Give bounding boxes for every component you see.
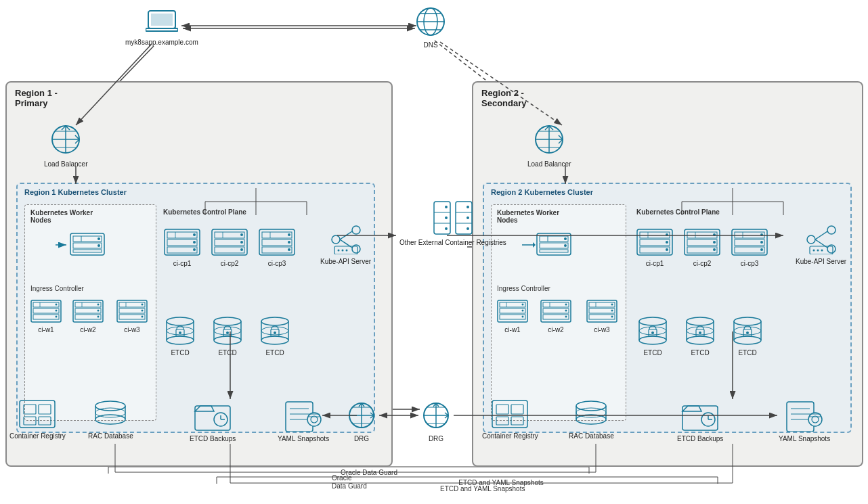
svg-rect-180	[640, 239, 670, 246]
svg-rect-90	[215, 232, 244, 238]
svg-point-134	[341, 250, 343, 252]
r2-etcd3-label: ETCD	[738, 348, 756, 357]
svg-rect-100	[262, 247, 292, 253]
r2-ci-w3-label: ci-w3	[594, 325, 609, 334]
svg-point-292	[576, 408, 606, 417]
svg-point-262	[307, 413, 321, 426]
svg-rect-99	[262, 239, 292, 246]
svg-point-151	[564, 244, 567, 247]
r2-ci-w2-label: ci-w2	[548, 325, 563, 334]
ci-w3-icon: ci-w3	[116, 300, 148, 334]
svg-point-175	[611, 304, 613, 306]
svg-rect-232	[434, 202, 450, 234]
other-registries-label: Other External Container Registries	[399, 238, 506, 247]
svg-rect-157	[500, 315, 525, 319]
svg-rect-33	[151, 14, 173, 26]
container-registry-r2-icon: Container Registry	[482, 399, 538, 440]
etcd1-cp3-icon: ETCD	[258, 316, 292, 357]
rac-db-r1-icon: RAC Database	[88, 399, 133, 440]
svg-point-63	[56, 310, 58, 312]
svg-rect-233	[456, 202, 472, 234]
svg-point-94	[240, 233, 243, 236]
svg-rect-98	[262, 232, 292, 238]
ci-w2-label: ci-w2	[80, 325, 95, 334]
r2-ci-w1-icon: ci-w1	[497, 300, 528, 334]
svg-point-109	[167, 336, 194, 344]
svg-point-238	[445, 206, 448, 208]
k8s-cluster2: Region 2 Kubernetes Cluster Kubernetes W…	[483, 183, 852, 433]
svg-point-216	[734, 317, 761, 325]
svg-point-127	[352, 226, 360, 234]
etcd1-cp1-icon: ETCD	[163, 316, 197, 357]
svg-rect-284	[496, 405, 508, 414]
svg-point-230	[817, 250, 819, 252]
svg-rect-83	[167, 239, 197, 246]
svg-line-130	[340, 231, 352, 239]
svg-rect-189	[687, 247, 717, 253]
svg-point-193	[713, 248, 716, 251]
svg-rect-145	[537, 233, 571, 255]
svg-rect-74	[119, 302, 145, 307]
r2-ci-w3-icon: ci-w3	[586, 300, 617, 334]
svg-point-201	[760, 248, 763, 251]
ci-w3-label: ci-w3	[124, 325, 139, 334]
svg-point-239	[466, 206, 469, 208]
svg-point-105	[167, 317, 194, 325]
ci-cp3-label: ci-cp3	[268, 259, 286, 268]
svg-rect-49	[70, 233, 104, 255]
svg-point-159	[522, 304, 524, 306]
drg-r2-icon: DRG	[420, 399, 452, 443]
svg-point-240	[445, 216, 448, 219]
svg-point-223	[827, 226, 836, 234]
svg-point-191	[713, 233, 716, 236]
svg-rect-51	[73, 243, 102, 248]
etcd-backups-r1-icon: ETCD Backups	[190, 399, 236, 443]
svg-rect-75	[119, 308, 145, 313]
svg-point-301	[808, 413, 822, 426]
svg-point-242	[445, 227, 448, 230]
svg-point-150	[564, 237, 567, 240]
lb1-icon: Load Balancer	[44, 122, 88, 168]
rac-db-r2-label: RAC Database	[569, 432, 614, 440]
yaml-snapshots-r2-icon: YAML Snapshots	[779, 399, 830, 443]
svg-rect-246	[39, 405, 51, 414]
svg-point-185	[666, 248, 668, 251]
svg-rect-146	[540, 236, 568, 242]
worker-nodes-box1: Kubernetes WorkerNodes	[24, 204, 156, 421]
rac-db-r2-icon: RAC Database	[569, 399, 614, 440]
svg-rect-286	[496, 417, 508, 425]
svg-point-176	[611, 310, 613, 312]
drg-r1-icon: DRG	[345, 399, 378, 443]
yaml-snapshots-r1-icon: YAML Snapshots	[278, 399, 329, 443]
svg-rect-187	[687, 232, 717, 238]
svg-point-200	[760, 241, 763, 244]
r2-etcd2-icon: ETCD	[683, 316, 717, 357]
svg-point-120	[261, 317, 288, 325]
svg-point-55	[97, 244, 100, 247]
r2-ci-cp1-label: ci-cp1	[646, 259, 664, 268]
svg-point-78	[142, 304, 144, 306]
worker-server-icon2	[536, 232, 572, 256]
lb2-label: Load Balancer	[527, 160, 571, 168]
etcd1-cp3-label: ETCD	[265, 348, 284, 357]
r2-ci-cp2-label: ci-cp2	[693, 259, 712, 268]
cp-label1: Kubernetes Control Plane	[163, 208, 246, 216]
etcd-backups-r1-label: ETCD Backups	[190, 434, 236, 443]
svg-point-123	[261, 336, 288, 344]
svg-rect-163	[543, 302, 569, 307]
container-registry-r1-label: Container Registry	[9, 432, 66, 440]
k8s-cluster1: Region 1 Kubernetes Cluster Kubernetes W…	[16, 183, 375, 433]
drg-r1-label: DRG	[354, 434, 369, 443]
laptop-label: myk8sapp.example.com	[125, 38, 198, 47]
container-registry-r1-icon: Container Registry	[9, 399, 66, 440]
svg-point-54	[97, 237, 100, 240]
svg-point-209	[687, 317, 714, 325]
cp-label2: Kubernetes Control Plane	[636, 208, 720, 216]
svg-rect-59	[33, 308, 59, 313]
svg-rect-50	[73, 236, 102, 242]
svg-point-169	[565, 316, 567, 318]
svg-point-87	[193, 241, 196, 244]
svg-rect-165	[543, 315, 569, 319]
r2-etcd1-icon: ETCD	[636, 316, 670, 357]
svg-point-103	[288, 241, 290, 244]
